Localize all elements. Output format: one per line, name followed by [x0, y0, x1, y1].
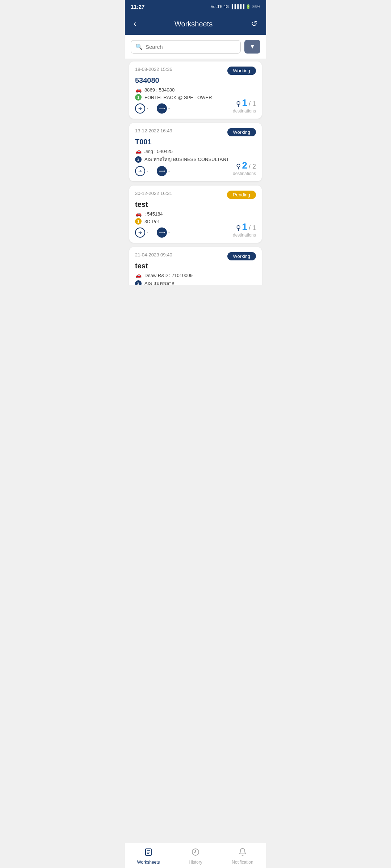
worksheet-id: test	[135, 200, 256, 209]
signal-icon: ▐▐▐▐▐	[230, 4, 244, 9]
worksheet-id: T001	[135, 138, 256, 146]
status-badge: Working	[227, 252, 256, 260]
location-number: 2	[135, 280, 142, 285]
end-icon: ⟹	[157, 103, 167, 114]
end-label: -	[168, 169, 170, 174]
dest-label: destinations	[233, 233, 256, 238]
status-badge: Working	[227, 128, 256, 136]
start-action[interactable]: ➔ -	[135, 166, 148, 176]
network-icon: VoLTE 4G	[211, 4, 229, 9]
card-date: 18-08-2022 15:36	[135, 67, 172, 72]
dest-current: 2	[242, 161, 247, 170]
card-date: 21-04-2023 09:40	[135, 252, 172, 258]
dest-current: 2	[242, 285, 247, 285]
worksheet-card-1[interactable]: 18-08-2022 15:36 Working 534080 🚗 8869 :…	[129, 61, 262, 119]
search-input-wrap[interactable]: 🔍	[131, 40, 241, 54]
start-label: -	[147, 169, 148, 174]
search-icon: 🔍	[135, 43, 143, 50]
status-icons: VoLTE 4G ▐▐▐▐▐ 🔋 86%	[211, 4, 260, 9]
dest-label: destinations	[233, 109, 256, 114]
battery-percent: 86%	[252, 4, 260, 9]
status-badge: Pending	[227, 191, 256, 199]
dest-current: 1	[242, 98, 247, 107]
search-container: 🔍 ▼	[125, 35, 266, 59]
destinations-box: ⚲ 1 / 1 destinations	[233, 98, 256, 114]
vehicle-info: Deaw R&D : 71010009	[144, 273, 193, 278]
end-icon: ⟹	[157, 227, 167, 238]
page-title: Worksheets	[175, 20, 213, 28]
destinations-box: ⚲ 2 / 2 destinations	[233, 285, 256, 285]
end-action[interactable]: ⟹ -	[157, 103, 170, 114]
end-label: -	[168, 230, 170, 235]
dest-current: 1	[242, 222, 247, 231]
worksheet-id: 534080	[135, 76, 256, 85]
worksheet-card-2[interactable]: 13-12-2022 16:49 Working T001 🚗 Jing : 5…	[129, 123, 262, 181]
battery-icon: 🔋	[246, 4, 251, 9]
car-icon: 🚗	[135, 211, 142, 217]
dest-icon: ⚲	[236, 162, 241, 170]
filter-button[interactable]: ▼	[244, 40, 260, 54]
end-label: -	[168, 106, 170, 111]
card-list: 18-08-2022 15:36 Working 534080 🚗 8869 :…	[125, 59, 266, 285]
dest-icon: ⚲	[236, 100, 241, 108]
worksheet-id: test	[135, 262, 256, 270]
dest-total: / 1	[249, 100, 256, 108]
worksheet-card-3[interactable]: 30-12-2022 16:31 Pending test 🚗 : 545184…	[129, 186, 262, 243]
vehicle-info: : 545184	[144, 211, 163, 217]
start-label: -	[147, 230, 148, 235]
status-bar: 11:27 VoLTE 4G ▐▐▐▐▐ 🔋 86%	[125, 0, 266, 13]
location-name: 3D Pet	[144, 219, 159, 224]
vehicle-info: Jing : 540425	[144, 149, 173, 154]
filter-icon: ▼	[249, 43, 255, 50]
status-time: 11:27	[131, 4, 144, 10]
car-icon: 🚗	[135, 87, 142, 93]
start-label: -	[147, 106, 148, 111]
start-action[interactable]: ➔ -	[135, 227, 148, 238]
location-number: 2	[135, 156, 142, 163]
card-date: 30-12-2022 16:31	[135, 191, 172, 196]
end-icon: ⟹	[157, 166, 167, 176]
start-action[interactable]: ➔ -	[135, 103, 148, 114]
location-name: AIS แมทพลาส	[144, 280, 175, 285]
dest-total: / 2	[249, 163, 256, 170]
start-icon: ➔	[135, 103, 145, 114]
car-icon: 🚗	[135, 148, 142, 154]
start-icon: ➔	[135, 227, 145, 238]
dest-label: destinations	[233, 171, 256, 176]
end-action[interactable]: ⟹ -	[157, 166, 170, 176]
worksheet-card-4[interactable]: 21-04-2023 09:40 Working test 🚗 Deaw R&D…	[129, 247, 262, 285]
end-action[interactable]: ⟹ -	[157, 227, 170, 238]
card-date: 13-12-2022 16:49	[135, 128, 172, 133]
refresh-button[interactable]: ↺	[249, 18, 259, 30]
destinations-box: ⚲ 1 / 1 destinations	[233, 222, 256, 238]
location-number: 1	[135, 218, 142, 225]
status-badge: Working	[227, 67, 256, 75]
location-name: FORTHTRACK @ SPE TOWER	[144, 95, 212, 100]
start-icon: ➔	[135, 166, 145, 176]
destinations-box: ⚲ 2 / 2 destinations	[233, 161, 256, 176]
dest-icon: ⚲	[236, 224, 241, 232]
location-number: 1	[135, 94, 142, 101]
header: ‹ Worksheets ↺	[125, 13, 266, 35]
car-icon: 🚗	[135, 272, 142, 278]
search-input[interactable]	[146, 44, 236, 50]
back-button[interactable]: ‹	[132, 18, 138, 30]
vehicle-info: 8869 : 534080	[144, 87, 175, 93]
location-name: AIS หาดใหญ่ BUSINESS CONSULTANT	[144, 156, 229, 163]
dest-total: / 1	[249, 224, 256, 232]
